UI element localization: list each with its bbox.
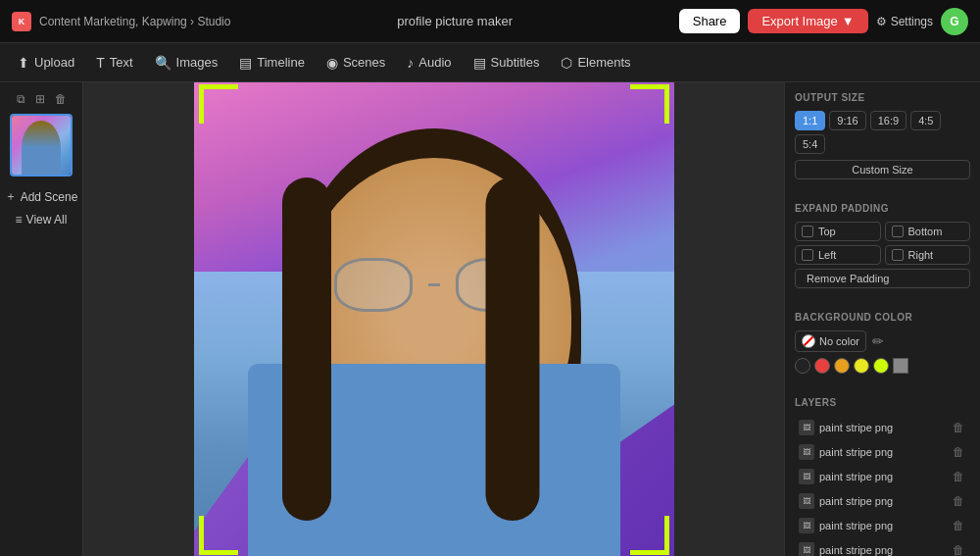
layer-name: paint stripe png	[819, 495, 893, 507]
expand-left[interactable]: Left	[795, 245, 881, 265]
right-checkbox[interactable]	[892, 249, 904, 261]
toolbar-scenes[interactable]: ◉ Scenes	[317, 50, 395, 76]
toolbar-audio[interactable]: ♪ Audio	[397, 50, 461, 76]
output-size-label: OUTPUT SIZE	[795, 92, 970, 103]
toolbar-upload-label: Upload	[34, 55, 74, 70]
scene-delete-button[interactable]: 🗑	[52, 90, 70, 108]
top-bar: K Content Marketing, Kapwing › Studio pr…	[0, 0, 980, 43]
swatch-orange[interactable]	[834, 358, 850, 374]
size-9-16[interactable]: 9:16	[829, 111, 865, 130]
size-16-9[interactable]: 16:9	[870, 111, 906, 130]
toolbar-subtitles-label: Subtitles	[491, 55, 540, 70]
layer-item[interactable]: 🖼 paint stripe png 🗑	[795, 416, 970, 439]
toolbar-audio-label: Audio	[418, 55, 451, 70]
size-1-1[interactable]: 1:1	[795, 111, 825, 130]
top-bar-left: K Content Marketing, Kapwing › Studio	[12, 12, 230, 31]
custom-size-button[interactable]: Custom Size	[795, 160, 970, 179]
view-all-button[interactable]: ≡ View All	[16, 209, 68, 230]
canvas-image	[194, 82, 674, 556]
expand-right[interactable]: Right	[885, 245, 971, 265]
size-5-4[interactable]: 5:4	[795, 134, 825, 154]
add-scene-button[interactable]: ＋ Add Scene	[5, 184, 78, 209]
bottom-checkbox[interactable]	[892, 226, 904, 237]
scene-grid-button[interactable]: ⊞	[32, 90, 48, 108]
layer-item[interactable]: 🖼 paint stripe png 🗑	[795, 465, 970, 488]
export-label: Export Image	[761, 14, 837, 28]
layer-delete-button[interactable]: 🗑	[951, 519, 966, 532]
export-arrow-icon: ▼	[842, 14, 855, 28]
toolbar-timeline-label: Timeline	[257, 55, 305, 70]
layer-icon: 🖼	[799, 493, 814, 509]
scenes-icon: ◉	[326, 55, 338, 71]
remove-padding-button[interactable]: Remove Padding	[795, 269, 970, 288]
expand-options: Top Bottom Left Right	[795, 222, 970, 265]
toolbar-images[interactable]: 🔍 Images	[145, 50, 228, 76]
layer-name: paint stripe png	[819, 544, 893, 556]
layer-delete-button[interactable]: 🗑	[951, 494, 966, 508]
layer-delete-button[interactable]: 🗑	[951, 543, 966, 556]
export-button[interactable]: Export Image ▼	[748, 9, 867, 33]
swatch-black[interactable]	[795, 358, 810, 374]
swatch-lime[interactable]	[873, 358, 889, 374]
layers-list: 🖼 paint stripe png 🗑 🖼 paint stripe png …	[795, 416, 970, 556]
layer-icon: 🖼	[799, 518, 814, 533]
canvas-wrapper	[194, 82, 674, 556]
expand-bottom[interactable]: Bottom	[885, 222, 971, 241]
toolbar-elements-label: Elements	[577, 55, 630, 70]
scene-copy-button[interactable]: ⧉	[14, 90, 28, 108]
layer-left: 🖼 paint stripe png	[799, 469, 893, 484]
no-color-button[interactable]: No color	[795, 330, 866, 352]
layer-delete-button[interactable]: 🗑	[951, 421, 966, 434]
upload-icon: ⬆	[18, 55, 29, 71]
kapwing-logo[interactable]: K	[12, 12, 31, 31]
left-checkbox[interactable]	[802, 249, 813, 261]
color-row: No color ✏	[795, 330, 970, 352]
text-icon: T	[96, 55, 105, 71]
toolbar-upload[interactable]: ⬆ Upload	[8, 50, 84, 76]
scene-thumb-person	[22, 121, 61, 175]
layer-name: paint stripe png	[819, 446, 893, 458]
layer-item[interactable]: 🖼 paint stripe png 🗑	[795, 489, 970, 513]
eyedropper-button[interactable]: ✏	[872, 333, 884, 349]
share-button[interactable]: Share	[679, 9, 741, 33]
expand-padding-label: EXPAND PADDING	[795, 203, 970, 214]
size-4-5[interactable]: 4:5	[910, 111, 941, 130]
timeline-icon: ▤	[239, 55, 252, 71]
toolbar-scenes-label: Scenes	[343, 55, 385, 70]
layers-section: LAYERS 🖼 paint stripe png 🗑 🖼 paint stri…	[795, 397, 970, 556]
settings-button[interactable]: ⚙ Settings	[876, 15, 933, 28]
plus-icon: ＋	[5, 188, 17, 205]
layer-icon: 🖼	[799, 469, 814, 484]
toolbar-text-label: Text	[110, 55, 133, 70]
avatar[interactable]: G	[941, 8, 968, 35]
swatch-yellow[interactable]	[854, 358, 869, 374]
layer-item[interactable]: 🖼 paint stripe png 🗑	[795, 538, 970, 556]
toolbar-timeline[interactable]: ▤ Timeline	[229, 50, 315, 76]
top-checkbox[interactable]	[802, 226, 813, 237]
elements-icon: ⬡	[561, 55, 572, 71]
layer-item[interactable]: 🖼 paint stripe png 🗑	[795, 440, 970, 464]
scene-controls: ⧉ ⊞ 🗑	[14, 90, 70, 108]
expand-top[interactable]: Top	[795, 222, 881, 241]
layer-icon: 🖼	[799, 420, 814, 435]
layer-left: 🖼 paint stripe png	[799, 542, 893, 556]
layer-delete-button[interactable]: 🗑	[951, 445, 966, 459]
toolbar-subtitles[interactable]: ▤ Subtitles	[464, 50, 550, 76]
swatch-red[interactable]	[814, 358, 830, 374]
layer-left: 🖼 paint stripe png	[799, 518, 893, 533]
top-bar-right: Share Export Image ▼ ⚙ Settings G	[679, 8, 968, 35]
layer-icon: 🖼	[799, 542, 814, 556]
background-color-section: BACKGROUND COLOR No color ✏	[795, 312, 970, 374]
canvas-area[interactable]	[83, 82, 784, 556]
layer-left: 🖼 paint stripe png	[799, 444, 893, 460]
scene-thumbnail[interactable]	[10, 114, 73, 177]
left-panel: ⧉ ⊞ 🗑 ＋ Add Scene ≡ View All	[0, 82, 83, 556]
toolbar-elements[interactable]: ⬡ Elements	[551, 50, 640, 76]
layer-delete-button[interactable]: 🗑	[951, 470, 966, 483]
swatch-gray[interactable]	[893, 358, 908, 374]
layer-item[interactable]: 🖼 paint stripe png 🗑	[795, 514, 970, 537]
main-content: ⧉ ⊞ 🗑 ＋ Add Scene ≡ View All	[0, 82, 980, 556]
project-title: profile picture maker	[397, 14, 513, 28]
toolbar-text[interactable]: T Text	[86, 50, 142, 76]
background-color-label: BACKGROUND COLOR	[795, 312, 970, 323]
